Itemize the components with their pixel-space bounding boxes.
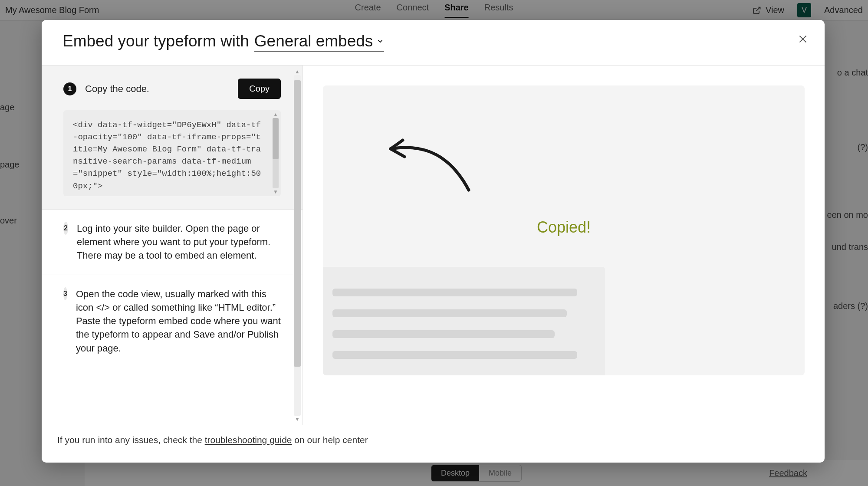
steps-panel: 1 Copy the code. Copy <div data-tf-widge…	[42, 66, 303, 425]
scroll-down-icon[interactable]: ▼	[295, 416, 300, 423]
code-snippet-box[interactable]: <div data-tf-widget="DP6yEWxH" data-tf-o…	[63, 110, 281, 196]
code-scrollbar[interactable]: ▲ ▼	[272, 112, 279, 194]
step-1-title: Copy the code.	[85, 83, 229, 95]
scrollbar-thumb[interactable]	[294, 80, 301, 367]
step-3-text: Open the code view, usually marked with …	[76, 287, 281, 355]
step-number-2: 2	[63, 222, 68, 235]
scroll-up-icon[interactable]: ▲	[273, 112, 278, 117]
code-snippet: <div data-tf-widget="DP6yEWxH" data-tf-o…	[73, 119, 263, 192]
scroll-down-icon[interactable]: ▼	[273, 189, 278, 194]
step-number-1: 1	[63, 82, 76, 95]
preview-panel: Copied!	[303, 66, 825, 425]
scroll-up-icon[interactable]: ▲	[295, 68, 300, 75]
modal-header: Embed your typeform with General embeds	[42, 20, 825, 65]
modal-body: 1 Copy the code. Copy <div data-tf-widge…	[42, 66, 825, 425]
embed-modal: Embed your typeform with General embeds …	[42, 20, 825, 463]
steps-scroll[interactable]: 1 Copy the code. Copy <div data-tf-widge…	[42, 66, 302, 425]
copy-button[interactable]: Copy	[238, 79, 281, 99]
modal-footer: If you run into any issues, check the tr…	[42, 425, 825, 463]
close-icon	[797, 33, 809, 45]
step-2: 2 Log into your site builder. Open the p…	[42, 209, 302, 275]
step-2-text: Log into your site builder. Open the pag…	[77, 222, 281, 263]
copied-toast: Copied!	[537, 218, 591, 236]
embed-type-label: General embeds	[254, 32, 373, 50]
preview-card: Copied!	[323, 85, 805, 375]
skeleton-line	[332, 330, 555, 338]
skeleton-line	[332, 309, 567, 317]
skeleton-line	[332, 289, 577, 296]
troubleshooting-link[interactable]: troubleshooting guide	[205, 435, 292, 445]
embed-type-dropdown[interactable]: General embeds	[254, 32, 385, 52]
step-3: 3 Open the code view, usually marked wit…	[42, 275, 302, 367]
step-number-3: 3	[63, 287, 67, 300]
step-1: 1 Copy the code. Copy <div data-tf-widge…	[42, 66, 302, 209]
close-button[interactable]	[795, 31, 811, 47]
chevron-down-icon	[376, 37, 384, 45]
preview-doc-skeleton	[323, 267, 605, 375]
scrollbar-thumb[interactable]	[273, 118, 279, 159]
curved-arrow-icon	[382, 131, 477, 192]
panel-scrollbar[interactable]: ▲ ▼	[293, 68, 302, 423]
footer-suffix: on our help center	[292, 435, 368, 445]
modal-title: Embed your typeform with General embeds	[62, 32, 384, 52]
skeleton-line	[332, 351, 577, 359]
footer-prefix: If you run into any issues, check the	[57, 435, 205, 445]
modal-title-prefix: Embed your typeform with	[62, 32, 249, 50]
